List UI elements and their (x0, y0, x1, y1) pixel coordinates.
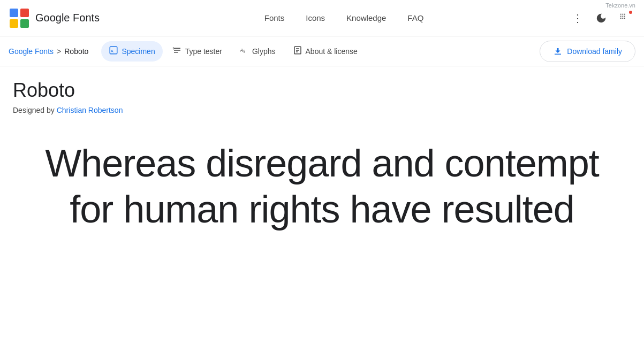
specimen-icon: A (109, 45, 118, 55)
sub-nav-tabs: A Specimen Type tester A g (101, 41, 365, 62)
nav-link-faq[interactable]: FAQ (398, 9, 433, 27)
glyphs-icon: A g (239, 45, 249, 55)
font-title: Roboto (13, 79, 631, 102)
sub-nav: Google Fonts > Roboto A Specimen (0, 36, 644, 66)
svg-rect-1 (20, 9, 29, 17)
about-icon (293, 45, 302, 55)
theme-toggle-button[interactable] (590, 7, 612, 29)
svg-text:A: A (111, 48, 113, 53)
download-family-label: Download family (567, 47, 622, 56)
breadcrumb-separator: > (57, 47, 61, 56)
notification-dot (628, 10, 633, 15)
download-family-button[interactable]: Download family (540, 41, 635, 62)
theme-icon (595, 12, 607, 24)
download-icon (553, 47, 563, 56)
designed-by-prefix: Designed by (13, 106, 55, 114)
breadcrumb: Google Fonts > Roboto (9, 47, 88, 56)
tab-about-license[interactable]: About & license (285, 41, 365, 62)
breadcrumb-current-font: Roboto (64, 47, 88, 56)
tab-glyphs[interactable]: A g Glyphs (232, 41, 283, 62)
type-tester-icon (172, 45, 182, 55)
top-nav: Google Fonts Fonts Icons Knowledge FAQ ⋮… (0, 0, 644, 36)
specimen-tab-icon: A (109, 45, 118, 57)
svg-rect-3 (20, 19, 29, 28)
tab-about-label: About & license (306, 47, 358, 56)
more-options-button[interactable]: ⋮ (567, 7, 588, 29)
tab-type-tester-label: Type tester (185, 47, 222, 56)
google-fonts-logo-icon (9, 7, 30, 29)
svg-rect-2 (10, 19, 18, 28)
tekzone-label: Tekzone.vn (605, 2, 635, 9)
tab-specimen[interactable]: A Specimen (101, 41, 162, 62)
glyphs-tab-icon: A g (239, 45, 249, 57)
breadcrumb-google-fonts[interactable]: Google Fonts (9, 47, 54, 56)
nav-link-knowledge[interactable]: Knowledge (337, 9, 396, 27)
svg-rect-0 (10, 9, 18, 17)
about-tab-icon (293, 45, 302, 57)
specimen-text: Whereas disregard and contempt for human… (28, 140, 617, 233)
grid-icon-wrapper (614, 7, 635, 29)
tab-glyphs-label: Glyphs (252, 47, 276, 56)
designer-line: Designed by Christian Robertson (13, 106, 631, 114)
main-nav-links: Fonts Icons Knowledge FAQ (121, 9, 567, 27)
nav-icon-group: ⋮ (567, 7, 635, 29)
svg-text:g: g (243, 49, 245, 53)
type-tester-tab-icon (172, 45, 182, 57)
svg-text:A: A (239, 48, 243, 53)
nav-link-fonts[interactable]: Fonts (255, 9, 294, 27)
tab-specimen-label: Specimen (122, 47, 155, 56)
tab-type-tester[interactable]: Type tester (165, 41, 230, 62)
main-content: Roboto Designed by Christian Robertson W… (0, 66, 644, 233)
logo-text: Google Fonts (35, 12, 100, 24)
nav-link-icons[interactable]: Icons (296, 9, 335, 27)
designer-link[interactable]: Christian Robertson (57, 106, 123, 114)
logo-link[interactable]: Google Fonts (9, 7, 100, 29)
